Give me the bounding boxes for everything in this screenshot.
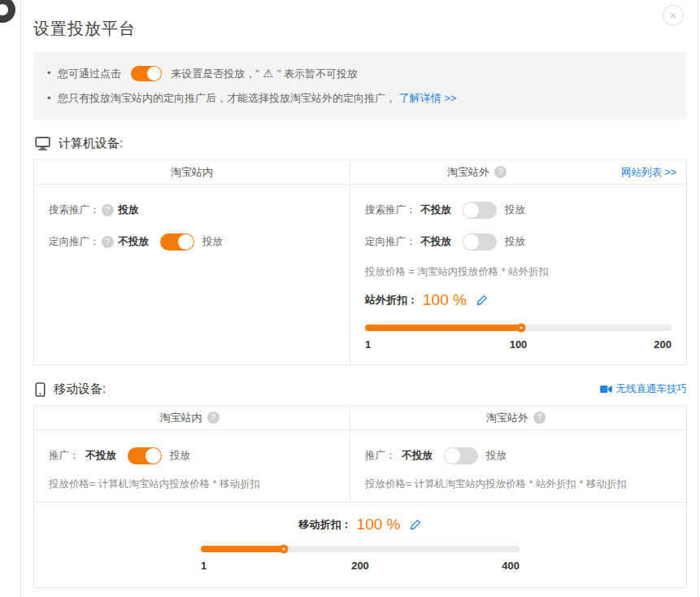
search-promo-toggle[interactable]: [463, 202, 497, 219]
mobile-icon: [35, 382, 46, 397]
target-promo-row: 定向推广： 不投放 投放: [365, 233, 672, 251]
outside-discount-line: 站外折扣： 100 %: [365, 289, 672, 312]
note-text: 您可通过点击: [58, 68, 121, 80]
price-formula: 投放价格= 计算机淘宝站内投放价格 * 站外折扣 * 移动折扣: [365, 477, 672, 490]
slider-marks: 1 100 200: [365, 338, 672, 351]
note-targeting-hint: 您只有投放淘宝站内的定向推广后，才能选择投放淘宝站外的定向推广， 了解详情 >>: [46, 86, 674, 111]
target-promo-row: 定向推广： ? 不投放 投放: [49, 233, 335, 251]
discount-value: 100 %: [357, 516, 401, 534]
computer-section-header: 计算机设备:: [33, 136, 687, 151]
slider-max: 400: [502, 560, 520, 572]
slider-max: 200: [654, 338, 672, 351]
notes-panel: 您可通过点击 来设置是否投放，" ⚠ " 表示暂不可投放 您只有投放淘宝站内的定…: [33, 52, 687, 120]
mobile-section-title: 移动设备:: [54, 381, 106, 397]
row-label: 推广：: [49, 449, 80, 463]
promo-row: 推广： 不投放 投放: [365, 447, 672, 464]
row-after-label: 投放: [505, 235, 525, 249]
note-text: 您只有投放淘宝站内的定向推广后，才能选择投放淘宝站外的定向推广，: [58, 92, 396, 104]
computer-icon: [35, 137, 50, 150]
outside-discount-slider: 1 100 200: [365, 325, 672, 351]
target-promo-toggle[interactable]: [463, 233, 497, 251]
slider-fill: [201, 546, 284, 552]
row-status: 不投放: [421, 235, 452, 249]
page: × 设置投放平台 您可通过点击 来设置是否投放，" ⚠ " 表示暂不可投放 您只…: [0, 0, 700, 597]
mobile-outside-header: 淘宝站外 ?: [350, 406, 686, 430]
edit-pencil-icon[interactable]: [410, 519, 421, 530]
dialog-title: 设置投放平台: [33, 18, 687, 40]
help-icon[interactable]: ?: [494, 166, 507, 178]
edit-pencil-icon[interactable]: [476, 294, 488, 306]
set-platform-dialog: × 设置投放平台 您可通过点击 来设置是否投放，" ⚠ " 表示暂不可投放 您只…: [20, 0, 698, 597]
mobile-discount-slider: 1 200 400: [201, 546, 520, 573]
price-formula: 投放价格= 计算机淘宝站内投放价格 * 移动折扣: [49, 477, 335, 490]
slider-fill: [365, 325, 521, 331]
background-help-bubble[interactable]: [0, 0, 15, 23]
mobile-inside-toggle[interactable]: [128, 447, 162, 464]
slider-knob[interactable]: [517, 324, 526, 333]
mobile-inside-header: 淘宝站内 ?: [34, 406, 350, 430]
help-icon[interactable]: ?: [102, 236, 114, 248]
slider-min: 1: [201, 560, 207, 572]
close-button[interactable]: ×: [663, 5, 684, 26]
mobile-section-header: 移动设备: 无线直通车技巧: [33, 381, 687, 397]
mobile-inside-cell: 推广： 不投放 投放 投放价格= 计算机淘宝站内投放价格 * 移动折扣: [34, 430, 350, 502]
computer-inside-header: 淘宝站内: [34, 160, 350, 185]
row-label: 搜索推广：: [49, 203, 100, 217]
row-status: 不投放: [119, 235, 150, 249]
mobile-discount-section: 移动折扣： 100 % 1 200: [34, 502, 686, 587]
computer-outside-header: 淘宝站外 ? 网站列表 >>: [350, 160, 686, 185]
discount-label: 站外折扣：: [365, 293, 418, 307]
computer-outside-cell: 搜索推广： 不投放 投放 定向推广： 不投放 投放 投放价格 = 淘宝站内投放价…: [350, 185, 686, 364]
mobile-discount-line: 移动折扣： 100 %: [201, 513, 520, 536]
wireless-tips-link[interactable]: 无线直通车技巧: [600, 382, 688, 396]
row-status: 投放: [119, 203, 139, 217]
discount-label: 移动折扣：: [299, 517, 352, 532]
row-after-label: 投放: [202, 235, 223, 249]
discount-value: 100 %: [423, 291, 467, 309]
site-list-link[interactable]: 网站列表 >>: [621, 160, 676, 185]
note-text: " 表示暂不可投放: [277, 68, 358, 80]
slider-knob[interactable]: [279, 545, 288, 554]
computer-section-title: 计算机设备:: [59, 136, 123, 151]
slider-track[interactable]: [201, 546, 520, 552]
row-after-label: 投放: [170, 449, 190, 463]
mobile-outside-toggle[interactable]: [444, 447, 478, 464]
row-after-label: 投放: [486, 449, 507, 463]
close-icon: ×: [670, 8, 677, 22]
note-toggle-hint: 您可通过点击 来设置是否投放，" ⚠ " 表示暂不可投放: [46, 61, 674, 86]
row-label: 定向推广：: [365, 235, 416, 249]
slider-mid: 100: [510, 338, 528, 351]
row-after-label: 投放: [505, 203, 525, 217]
slider-marks: 1 200 400: [201, 560, 520, 573]
row-label: 搜索推广：: [365, 203, 416, 217]
computer-inside-cell: 搜索推广： ? 投放 定向推广： ? 不投放 投放: [34, 185, 350, 364]
warning-icon: ⚠: [263, 67, 274, 80]
slider-min: 1: [365, 338, 371, 351]
mobile-table: 淘宝站内 ? 淘宝站外 ? 推广： 不投放 投放 投放价格= 计算机淘宝站内投放…: [33, 405, 687, 588]
toggle-example-icon: [131, 66, 162, 81]
search-promo-row: 搜索推广： ? 投放: [49, 201, 335, 219]
computer-table: 淘宝站内 淘宝站外 ? 网站列表 >> 搜索推广： ? 投放 定向推广： ? 不…: [33, 159, 687, 365]
video-icon: [600, 385, 612, 394]
slider-mid: 200: [351, 560, 369, 572]
search-promo-row: 搜索推广： 不投放 投放: [365, 201, 672, 219]
help-icon[interactable]: ?: [102, 204, 114, 216]
help-icon[interactable]: ?: [207, 412, 220, 424]
promo-row: 推广： 不投放 投放: [49, 447, 335, 464]
row-status: 不投放: [86, 449, 117, 463]
slider-track[interactable]: [365, 325, 672, 331]
mobile-outside-cell: 推广： 不投放 投放 投放价格= 计算机淘宝站内投放价格 * 站外折扣 * 移动…: [350, 430, 686, 502]
help-icon[interactable]: ?: [533, 412, 546, 424]
row-label: 定向推广：: [49, 235, 100, 249]
row-label: 推广：: [365, 449, 396, 463]
row-status: 不投放: [421, 203, 452, 217]
target-promo-toggle[interactable]: [160, 233, 194, 251]
price-formula: 投放价格 = 淘宝站内投放价格 * 站外折扣: [365, 265, 672, 278]
note-text: 来设置是否投放，": [171, 68, 259, 80]
row-status: 不投放: [402, 449, 433, 463]
learn-more-link[interactable]: 了解详情 >>: [399, 92, 457, 104]
